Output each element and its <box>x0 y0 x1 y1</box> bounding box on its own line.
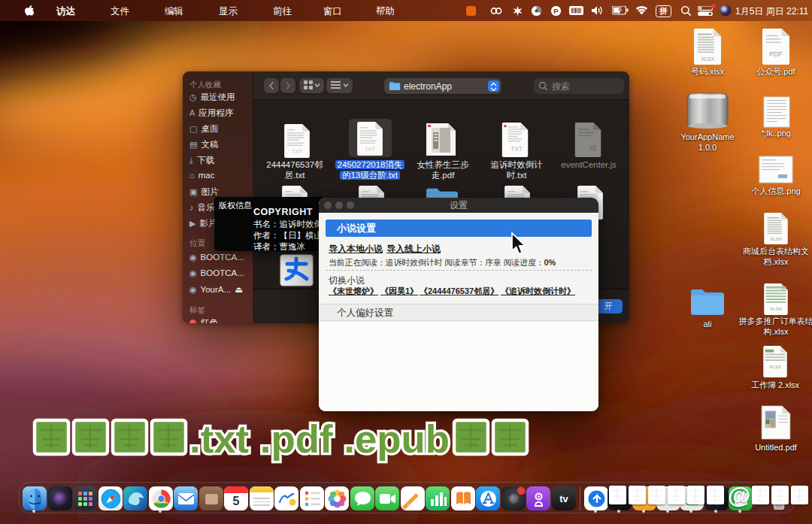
svg-text:.txt .pdf .epub: .txt .pdf .epub <box>189 417 450 461</box>
svg-text:JS: JS <box>589 144 596 152</box>
svg-text:XLSX: XLSX <box>769 364 781 369</box>
svg-text:P: P <box>553 7 559 15</box>
svg-text:@: @ <box>728 483 750 509</box>
svg-text:PDF: PDF <box>769 50 782 58</box>
svg-text:XLSX: XLSX <box>770 306 782 311</box>
svg-text:TXT: TXT <box>511 145 523 153</box>
